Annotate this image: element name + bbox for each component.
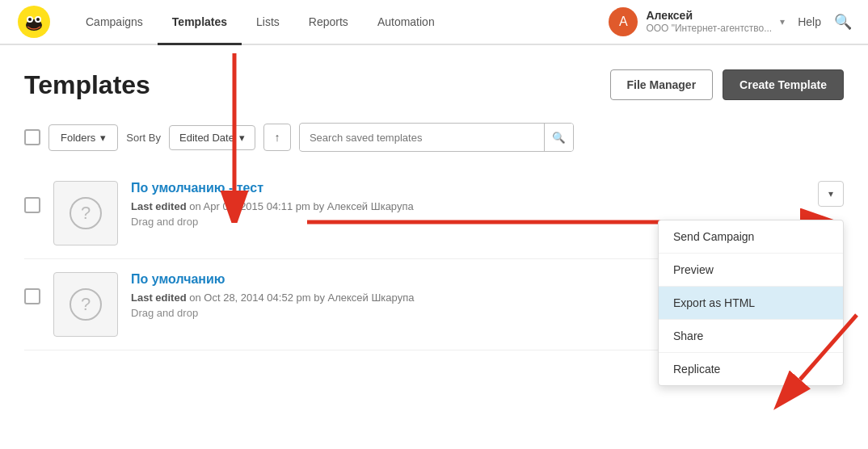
template-1-last-edited-date: on Apr 06, 2015 04:11 pm by Алексей Шкар… xyxy=(189,200,413,212)
dropdown-share[interactable]: Share xyxy=(659,320,843,353)
header: Campaigns Templates Lists Reports Automa… xyxy=(0,0,868,45)
logo[interactable] xyxy=(16,4,52,40)
main-nav: Campaigns Templates Lists Reports Automa… xyxy=(71,0,609,44)
user-org: ООО "Интернет-агентство... xyxy=(646,23,772,34)
template-1-checkbox[interactable] xyxy=(24,197,40,213)
sort-by-label: Sort By xyxy=(126,132,161,144)
file-manager-button[interactable]: File Manager xyxy=(610,69,714,100)
user-menu[interactable]: А Алексей ООО "Интернет-агентство... ▾ xyxy=(609,7,785,36)
sort-edited-date[interactable]: Edited Date ▾ xyxy=(169,125,255,150)
template-1-name[interactable]: По умолчанию - тест xyxy=(131,181,844,195)
search-button[interactable]: 🔍 xyxy=(544,124,573,151)
search-icon: 🔍 xyxy=(552,132,566,144)
search-icon[interactable]: 🔍 xyxy=(834,13,852,31)
svg-point-4 xyxy=(28,18,32,21)
template-2-thumbnail: ? xyxy=(53,272,118,337)
select-all-checkbox[interactable] xyxy=(24,129,40,145)
template-row: ? По умолчанию - тест Last edited on Apr… xyxy=(24,168,844,259)
search-box: 🔍 xyxy=(299,123,574,152)
nav-automation[interactable]: Automation xyxy=(363,0,449,45)
page-actions: File Manager Create Template xyxy=(610,69,845,100)
template-1-meta: Last edited on Apr 06, 2015 04:11 pm by … xyxy=(131,200,844,212)
template-2-last-edited-date: on Oct 28, 2014 04:52 pm by Алексей Шкар… xyxy=(189,292,414,304)
template-1-thumbnail: ? xyxy=(53,181,118,245)
template-list: ? По умолчанию - тест Last edited on Apr… xyxy=(24,168,844,350)
user-text: Алексей ООО "Интернет-агентство... xyxy=(646,9,772,34)
nav-lists[interactable]: Lists xyxy=(242,0,294,45)
template-1-dropdown-menu: Send Campaign Preview Export as HTML Sha… xyxy=(658,220,844,386)
dropdown-preview[interactable]: Preview xyxy=(659,254,843,287)
template-1-dropdown-trigger[interactable]: ▾ xyxy=(818,181,844,207)
user-chevron-icon: ▾ xyxy=(780,16,785,27)
page-title: Templates xyxy=(24,70,150,100)
folders-label: Folders xyxy=(61,132,95,144)
template-2-placeholder-icon: ? xyxy=(70,288,102,321)
template-1-actions: ▾ Send Campaign Preview Export as HTML S… xyxy=(818,181,844,207)
user-name: Алексей xyxy=(646,9,772,23)
nav-campaigns[interactable]: Campaigns xyxy=(71,0,158,45)
template-2-last-edited-label: Last edited xyxy=(131,292,187,304)
toolbar: Folders ▾ Sort By Edited Date ▾ ↑ 🔍 xyxy=(24,123,844,152)
edited-date-chevron-icon: ▾ xyxy=(239,132,245,144)
header-right: А Алексей ООО "Интернет-агентство... ▾ H… xyxy=(609,7,852,36)
folders-chevron-icon: ▾ xyxy=(100,132,106,144)
edited-date-label: Edited Date xyxy=(179,132,234,144)
template-1-placeholder-icon: ? xyxy=(70,197,102,229)
page-header: Templates File Manager Create Template xyxy=(24,69,844,100)
svg-point-5 xyxy=(36,18,40,21)
folders-button[interactable]: Folders ▾ xyxy=(48,124,118,151)
help-link[interactable]: Help xyxy=(798,15,821,28)
nav-templates[interactable]: Templates xyxy=(158,0,242,45)
nav-reports[interactable]: Reports xyxy=(294,0,363,45)
dropdown-send-campaign[interactable]: Send Campaign xyxy=(659,220,843,254)
create-template-button[interactable]: Create Template xyxy=(723,69,844,100)
main-content: Templates File Manager Create Template F… xyxy=(0,45,868,367)
search-input[interactable] xyxy=(300,125,544,150)
avatar: А xyxy=(609,7,638,36)
template-2-checkbox[interactable] xyxy=(24,288,40,304)
dropdown-export-html[interactable]: Export as HTML xyxy=(659,287,843,320)
dropdown-replicate[interactable]: Replicate xyxy=(659,353,843,385)
sort-direction-button[interactable]: ↑ xyxy=(263,124,291,151)
template-1-last-edited-label: Last edited xyxy=(131,200,187,212)
